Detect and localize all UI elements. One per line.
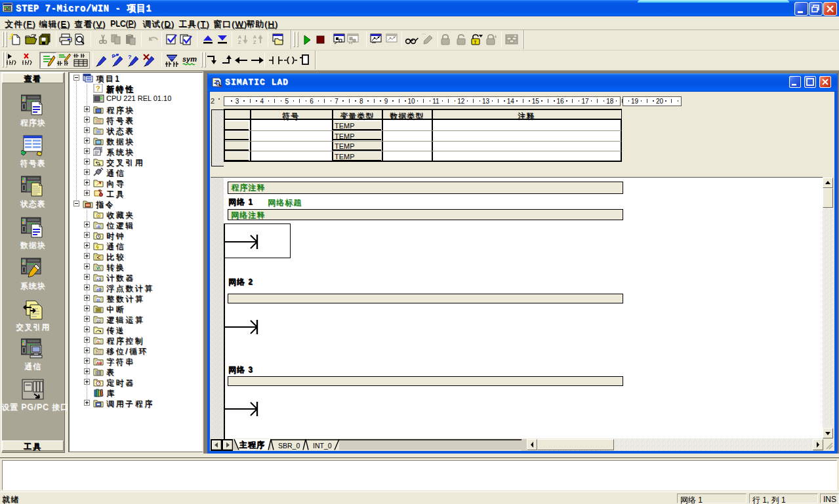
svg-text:±R: ±R [96, 288, 102, 292]
svg-text:AB: AB [96, 361, 102, 365]
svg-text:?: ? [128, 54, 132, 60]
svg-text:±I: ±I [96, 298, 100, 302]
svg-text:T: T [474, 39, 477, 45]
svg-text:sym: sym [182, 55, 197, 63]
svg-text:SBR_0: SBR_0 [278, 442, 300, 450]
svg-text:INT_0: INT_0 [313, 442, 332, 450]
svg-text:Jr: Jr [96, 340, 100, 344]
svg-text:10: 10 [96, 319, 100, 323]
svg-text:?: ? [96, 85, 100, 92]
svg-text:A: A [238, 35, 241, 39]
svg-text:A: A [253, 35, 256, 39]
svg-text:主程序: 主程序 [239, 440, 265, 450]
svg-text:Z: Z [238, 40, 241, 45]
svg-text:-II: -II [96, 225, 100, 229]
svg-text:+1: +1 [96, 277, 102, 281]
svg-text:Z: Z [253, 40, 256, 45]
